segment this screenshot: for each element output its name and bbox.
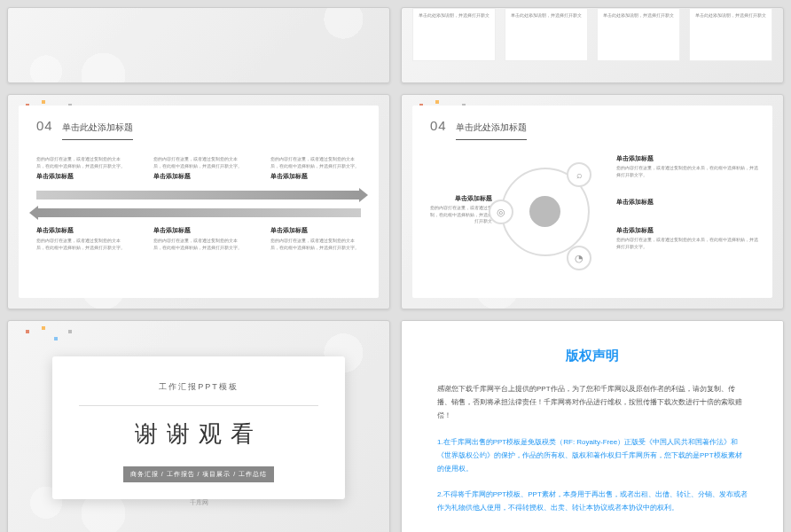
slide-circle: 04 单击此处添加标题 单击添加标题 您的内容打在这里，或者通过复制，在此框中选…: [401, 94, 784, 309]
slide-partial-right: 单击此处添加说明，并选择打开新文 单击此处添加说明，并选择打开新文 单击此处添加…: [401, 7, 784, 83]
top-box-4: 单击此处添加说明，并选择打开新文: [689, 8, 772, 61]
thanks-subtitle1: 工作汇报PPT模板: [79, 381, 318, 393]
col-text: 您的内容打在这里，或者通过复制您的文本后，在此框中选择粘贴，并选择打开新文字。: [270, 238, 361, 251]
item-title: 单击添加标题: [616, 226, 758, 235]
top-box-1: 单击此处添加说明，并选择打开新文: [412, 8, 496, 61]
thanks-subtitle2: 商务汇报 / 工作报告 / 项目展示 / 工作总结: [123, 466, 275, 482]
col-title: 单击添加标题: [270, 172, 361, 181]
col-text: 您的内容打在这里，或者通过复制您的文本后，在此框中选择粘贴，并选择打开新文字。: [36, 156, 127, 169]
item-text: 您的内容打在这里，或者通过复制您的文本后，在此框中选择粘贴，并选择打开新文字。: [616, 237, 758, 250]
item-text: 您的内容打在这里，或者通过复制您的文本后，在此框中选择粘贴，并选择打开新文字。: [616, 165, 758, 178]
copyright-p1: 感谢您下载千库网平台上提供的PPT作品，为了您和千库网以及原创作者的利益，请勿复…: [437, 382, 748, 423]
col-title: 单击添加标题: [153, 226, 244, 235]
copyright-p3: 2.不得将千库网的PPT模板、PPT素材，本身用于再出售，或者出租、出借、转让、…: [437, 488, 748, 514]
copyright-p2: 1.在千库网出售的PPT模板是免版税类（RF: Royalty-Free）正版受…: [437, 435, 748, 476]
col-text: 您的内容打在这里，或者通过复制您的文本后，在此框中选择粘贴，并选择打开新文字。: [270, 156, 361, 169]
search-icon: ⌕: [567, 162, 591, 187]
arrow-left-icon: [36, 208, 361, 217]
thanks-card: 工作汇报PPT模板 谢谢观看 商务汇报 / 工作报告 / 项目展示 / 工作总结…: [52, 356, 345, 499]
arrow-right-icon: [36, 191, 361, 200]
slide-partial-left: [7, 7, 390, 83]
chart-icon: ◔: [567, 246, 591, 270]
item-title: 单击添加标题: [616, 198, 758, 207]
target-icon: ◎: [489, 200, 513, 224]
section-number: 04: [36, 118, 53, 133]
circle-diagram: ⌕ ◎ ◔: [501, 168, 599, 265]
copyright-title: 版权声明: [437, 348, 748, 364]
slide-arrows: 04 单击此处添加标题 您的内容打在这里，或者通过复制您的文本后，在此框中选择粘…: [7, 94, 390, 309]
left-label-title: 单击添加标题: [430, 194, 492, 203]
decoration-dots: [26, 325, 97, 351]
col-text: 您的内容打在这里，或者通过复制您的文本后，在此框中选择粘贴，并选择打开新文字。: [153, 156, 244, 169]
col-title: 单击添加标题: [153, 172, 244, 181]
section-number: 04: [430, 118, 447, 133]
col-text: 您的内容打在这里，或者通过复制您的文本后，在此框中选择粘贴，并选择打开新文字。: [153, 238, 244, 251]
col-title: 单击添加标题: [36, 226, 127, 235]
target-icon: [529, 196, 560, 227]
thanks-main: 谢谢观看: [79, 419, 318, 450]
slide-copyright: 版权声明 感谢您下载千库网平台上提供的PPT作品，为了您和千库网以及原创作者的利…: [401, 320, 784, 532]
slide-thanks: 工作汇报PPT模板 谢谢观看 商务汇报 / 工作报告 / 项目展示 / 工作总结…: [7, 320, 390, 532]
section-title: 单击此处添加标题: [62, 121, 133, 140]
left-label-text: 您的内容打在这里，或者通过复制，在此框中选择粘贴，并选择打开新文: [430, 205, 492, 225]
top-box-3: 单击此处添加说明，并选择打开新文: [597, 8, 680, 61]
col-title: 单击添加标题: [36, 172, 127, 181]
item-title: 单击添加标题: [616, 154, 758, 163]
thanks-footer: 千库网: [79, 498, 318, 507]
section-title: 单击此处添加标题: [456, 121, 527, 140]
col-text: 您的内容打在这里，或者通过复制您的文本后，在此框中选择粘贴，并选择打开新文字。: [36, 238, 127, 251]
top-box-2: 单击此处添加说明，并选择打开新文: [505, 8, 588, 61]
col-title: 单击添加标题: [270, 226, 361, 235]
